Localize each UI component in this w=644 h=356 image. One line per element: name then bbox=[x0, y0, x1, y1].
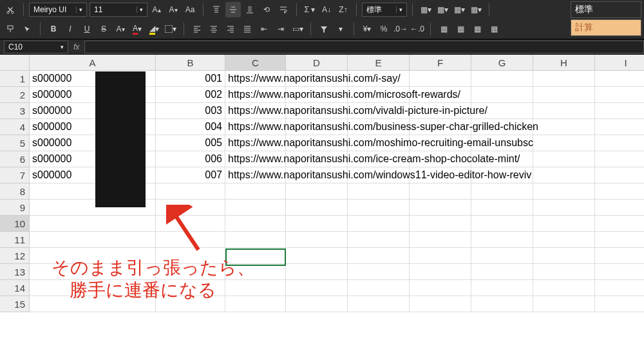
cell[interactable] bbox=[471, 216, 533, 232]
align-middle-icon[interactable] bbox=[225, 2, 241, 17]
align-bottom-icon[interactable] bbox=[242, 2, 258, 17]
cell[interactable] bbox=[225, 232, 286, 248]
column-header[interactable]: E bbox=[348, 55, 410, 71]
cell[interactable] bbox=[348, 183, 410, 200]
cell[interactable] bbox=[471, 200, 533, 216]
cell[interactable] bbox=[410, 264, 471, 280]
cell[interactable] bbox=[471, 264, 533, 280]
cell[interactable] bbox=[286, 248, 348, 264]
cell[interactable] bbox=[595, 216, 644, 232]
orientation-icon[interactable]: ⟲ bbox=[259, 2, 274, 17]
cell[interactable] bbox=[30, 232, 156, 248]
cell[interactable] bbox=[348, 232, 410, 248]
cell[interactable]: 004 bbox=[156, 119, 225, 135]
cell[interactable] bbox=[533, 280, 595, 296]
font-effects-icon[interactable]: A▾ bbox=[113, 21, 128, 37]
cut-icon[interactable] bbox=[3, 2, 18, 17]
cell[interactable] bbox=[533, 119, 595, 135]
row-header[interactable]: 12 bbox=[0, 248, 30, 264]
row-header[interactable]: 4 bbox=[0, 119, 30, 135]
cell[interactable]: https://www.naporitansushi.com/moshimo-r… bbox=[225, 135, 286, 151]
row-header[interactable]: 1 bbox=[0, 71, 30, 87]
cell[interactable] bbox=[410, 232, 471, 248]
row-header[interactable]: 3 bbox=[0, 103, 30, 119]
cell-styles-icon[interactable]: ▦▾ bbox=[468, 2, 484, 17]
cell[interactable] bbox=[533, 135, 595, 151]
cell[interactable] bbox=[410, 183, 471, 200]
cell[interactable] bbox=[595, 264, 644, 280]
autosum-icon[interactable]: Σ ▾ bbox=[302, 2, 317, 17]
select-all-corner[interactable] bbox=[0, 55, 30, 71]
cell[interactable] bbox=[595, 119, 644, 135]
highlight-icon[interactable]: ◢▾ bbox=[146, 21, 162, 37]
row-header[interactable]: 13 bbox=[0, 264, 30, 280]
cell[interactable] bbox=[595, 296, 644, 312]
percent-icon[interactable]: % bbox=[376, 21, 392, 37]
cell[interactable] bbox=[410, 200, 471, 216]
cell[interactable]: https://www.naporitansushi.com/i-say/ bbox=[225, 71, 286, 87]
format-painter-icon[interactable] bbox=[3, 21, 18, 37]
increase-font-icon[interactable]: A▴ bbox=[149, 2, 164, 17]
align-center-icon[interactable] bbox=[206, 21, 222, 37]
font-color-icon[interactable]: A▾ bbox=[129, 21, 145, 37]
cell[interactable] bbox=[348, 216, 410, 232]
cell[interactable] bbox=[410, 280, 471, 296]
cell[interactable] bbox=[533, 87, 595, 103]
cell[interactable] bbox=[286, 280, 348, 296]
align-top-icon[interactable] bbox=[209, 2, 224, 17]
cell[interactable] bbox=[286, 232, 348, 248]
sort-desc-icon[interactable]: Z↑ bbox=[336, 2, 351, 17]
cell[interactable] bbox=[533, 232, 595, 248]
justify-icon[interactable] bbox=[240, 21, 255, 37]
merge-cells-icon[interactable]: ▭▾ bbox=[290, 21, 305, 37]
align-right-icon[interactable] bbox=[223, 21, 238, 37]
bold-button[interactable]: B bbox=[46, 21, 61, 37]
cell[interactable] bbox=[286, 296, 348, 312]
cell[interactable] bbox=[471, 232, 533, 248]
sort-asc-icon[interactable]: A↓ bbox=[319, 2, 334, 17]
change-case-icon[interactable]: Aa bbox=[182, 2, 198, 17]
row-header[interactable]: 15 bbox=[0, 296, 30, 312]
cell-style-gallery[interactable]: 標準 計算 bbox=[571, 1, 641, 37]
cell[interactable] bbox=[471, 280, 533, 296]
cell[interactable] bbox=[533, 216, 595, 232]
decimal-inc-icon[interactable]: .0→ bbox=[393, 21, 408, 37]
column-header[interactable]: G bbox=[471, 55, 533, 71]
cell[interactable] bbox=[348, 248, 410, 264]
name-box[interactable]: C10▾ bbox=[4, 41, 68, 53]
column-header[interactable]: B bbox=[156, 55, 225, 71]
row-header[interactable]: 6 bbox=[0, 151, 30, 167]
cell[interactable] bbox=[410, 71, 471, 87]
cell[interactable] bbox=[595, 280, 644, 296]
cell[interactable] bbox=[348, 296, 410, 312]
cell[interactable] bbox=[286, 216, 348, 232]
cell[interactable] bbox=[286, 264, 348, 280]
cell[interactable] bbox=[471, 296, 533, 312]
cell[interactable] bbox=[533, 264, 595, 280]
cell[interactable] bbox=[410, 216, 471, 232]
cell[interactable] bbox=[471, 183, 533, 200]
font-size-select[interactable]: 11▾ bbox=[90, 3, 147, 17]
column-header[interactable]: C bbox=[225, 55, 286, 71]
column-header[interactable]: A bbox=[30, 55, 156, 71]
cell[interactable] bbox=[471, 248, 533, 264]
number-format-select[interactable]: 標準▾ bbox=[362, 3, 407, 17]
cell[interactable] bbox=[595, 183, 644, 200]
cell[interactable] bbox=[410, 296, 471, 312]
row-header[interactable]: 2 bbox=[0, 87, 30, 103]
cell[interactable]: https://www.naporitansushi.com/windows11… bbox=[225, 167, 286, 183]
row-header[interactable]: 14 bbox=[0, 280, 30, 296]
cell[interactable] bbox=[595, 200, 644, 216]
cell[interactable]: https://www.naporitansushi.com/microsoft… bbox=[225, 87, 286, 103]
currency-icon[interactable]: ¥▾ bbox=[359, 21, 375, 37]
font-name-select[interactable]: Meiryo UI▾ bbox=[29, 3, 87, 17]
image-icon[interactable]: ▦ bbox=[486, 21, 502, 37]
cell[interactable] bbox=[595, 135, 644, 151]
row-header[interactable]: 8 bbox=[0, 183, 30, 200]
column-header[interactable]: I bbox=[595, 55, 644, 71]
style-standard[interactable]: 標準 bbox=[571, 1, 641, 18]
conditional-format-icon[interactable]: ▦ bbox=[436, 21, 451, 37]
format-cells-icon[interactable]: ▦▾ bbox=[451, 2, 467, 17]
row-header[interactable]: 5 bbox=[0, 135, 30, 151]
cell[interactable] bbox=[225, 183, 286, 200]
